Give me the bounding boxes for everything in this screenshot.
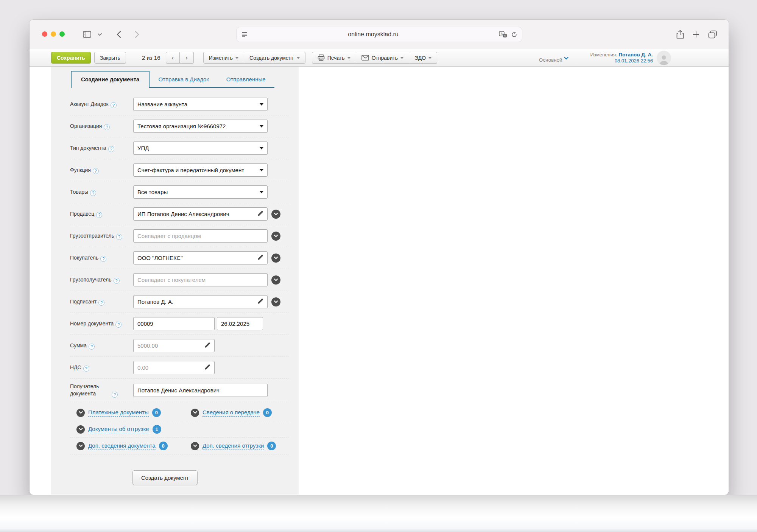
section-link[interactable]: Сведения о передаче	[202, 409, 260, 417]
edit-pencil-icon[interactable]	[204, 364, 210, 372]
reader-icon[interactable]	[241, 32, 248, 37]
links-row: Платежные документы 0 Сведения о передач…	[70, 404, 289, 421]
help-icon[interactable]: ?	[93, 168, 99, 174]
expand-consignee-button[interactable]	[271, 275, 280, 285]
section-link[interactable]: Доп. сведения документа	[88, 442, 156, 450]
field-label: Подписант	[70, 299, 97, 305]
send-button[interactable]: Отправить	[356, 52, 409, 64]
signer-input[interactable]	[137, 296, 255, 308]
buyer-input[interactable]	[137, 252, 255, 264]
tab-send-to-diadoc[interactable]: Отправка в Диадок	[150, 72, 217, 88]
seller-input[interactable]	[137, 208, 255, 220]
help-icon[interactable]: ?	[111, 102, 117, 108]
next-document-button[interactable]: ›	[180, 52, 194, 64]
back-icon[interactable]	[110, 31, 128, 38]
forward-icon[interactable]	[128, 31, 146, 38]
tab-sent[interactable]: Отправленные	[218, 72, 274, 88]
help-icon[interactable]: ?	[90, 190, 96, 196]
expand-section-icon[interactable]	[191, 409, 199, 417]
field-label: Покупатель	[70, 255, 98, 261]
avatar[interactable]	[657, 51, 671, 65]
help-icon[interactable]: ?	[116, 234, 122, 240]
edo-button[interactable]: ЭДО	[409, 52, 437, 64]
document-date-input[interactable]	[221, 317, 259, 330]
sum-input[interactable]	[137, 339, 202, 352]
url-text[interactable]: online.moysklad.ru	[248, 31, 499, 38]
document-number-input[interactable]	[137, 317, 210, 330]
help-icon[interactable]: ?	[115, 322, 121, 328]
vat-input[interactable]	[137, 361, 202, 374]
tab-create-document[interactable]: Создание документа	[71, 71, 150, 88]
edit-button[interactable]: Изменить	[203, 52, 244, 64]
view-selector[interactable]: Основной	[539, 53, 569, 63]
expand-section-icon[interactable]	[191, 442, 199, 450]
edit-pencil-icon[interactable]	[204, 342, 210, 350]
translate-icon[interactable]: A✕	[499, 31, 507, 38]
help-icon[interactable]: ?	[108, 146, 114, 152]
sidebar-chevron-icon[interactable]	[95, 33, 104, 36]
close-button[interactable]: Закрыть	[94, 52, 126, 64]
sidebar-toggle-icon[interactable]	[79, 31, 95, 38]
organization-select[interactable]: Тестовая организация №9660972	[133, 120, 268, 133]
consignor-input[interactable]	[137, 230, 263, 242]
form-row: Грузополучатель?	[70, 269, 289, 291]
select-caret-icon	[260, 169, 263, 171]
expand-buyer-button[interactable]	[271, 254, 280, 263]
expand-section-icon[interactable]	[76, 425, 85, 434]
help-icon[interactable]: ?	[83, 366, 89, 372]
minimize-window-button[interactable]	[51, 31, 56, 37]
form-row: НДС?	[70, 357, 289, 379]
field-label: Сумма	[70, 342, 87, 348]
expand-section-icon[interactable]	[76, 442, 85, 450]
document-recipient-input[interactable]	[137, 384, 263, 397]
address-bar[interactable]: online.moysklad.ru A✕	[236, 27, 522, 42]
printer-icon	[318, 54, 325, 61]
consignee-field	[133, 273, 268, 286]
share-icon[interactable]	[676, 30, 684, 39]
create-document-menu-button[interactable]: Создать документ	[244, 52, 305, 64]
section-link[interactable]: Доп. сведения отгрузки	[202, 442, 264, 450]
help-icon[interactable]: ?	[104, 124, 110, 130]
document-type-select[interactable]: УПД	[133, 142, 268, 155]
edit-pencil-icon[interactable]	[257, 254, 263, 262]
prev-document-button[interactable]: ‹	[166, 52, 180, 64]
diadoc-account-select[interactable]: Название аккаунта	[133, 98, 268, 111]
new-tab-icon[interactable]	[692, 31, 700, 38]
select-caret-icon	[260, 147, 263, 149]
expand-section-icon[interactable]	[76, 409, 85, 417]
edit-pencil-icon[interactable]	[257, 298, 263, 306]
svg-text:✕: ✕	[503, 34, 506, 37]
section-link[interactable]: Платежные документы	[88, 409, 149, 417]
print-button[interactable]: Печать	[312, 52, 356, 64]
section-link[interactable]: Документы об отгрузке	[88, 426, 149, 433]
zoom-window-button[interactable]	[59, 31, 65, 37]
reload-icon[interactable]	[511, 31, 517, 38]
expand-seller-button[interactable]	[271, 210, 280, 219]
goods-select[interactable]: Все товары	[133, 185, 268, 199]
expand-signer-button[interactable]	[271, 297, 280, 306]
tab-overview-icon[interactable]	[708, 30, 717, 39]
consignee-input[interactable]	[137, 274, 263, 286]
save-button[interactable]: Сохранить	[51, 52, 91, 64]
edit-pencil-icon[interactable]	[257, 210, 263, 218]
help-icon[interactable]: ?	[100, 256, 106, 262]
page-content: Создание документа Отправка в Диадок Отп…	[30, 67, 729, 495]
form-row: Аккаунт Диадок? Название аккаунта	[70, 93, 289, 115]
help-icon[interactable]: ?	[98, 300, 104, 306]
form-row: Товары? Все товары	[70, 181, 289, 203]
field-label: Товары	[70, 189, 88, 195]
help-icon[interactable]: ?	[89, 344, 95, 350]
tab-bar: Создание документа Отправка в Диадок Отп…	[71, 71, 299, 88]
browser-chrome: online.moysklad.ru A✕	[30, 20, 729, 49]
help-icon[interactable]: ?	[112, 392, 118, 398]
help-icon[interactable]: ?	[114, 278, 120, 284]
close-window-button[interactable]	[42, 31, 47, 37]
chevron-down-icon	[297, 57, 300, 59]
help-icon[interactable]: ?	[96, 212, 102, 218]
create-document-submit-button[interactable]: Создать документ	[132, 470, 198, 485]
section-document-extra-info: Доп. сведения документа 0	[76, 442, 191, 450]
diadoc-form-panel: Создание документа Отправка в Диадок Отп…	[51, 67, 299, 495]
expand-consignor-button[interactable]	[271, 232, 280, 241]
changes-author-link[interactable]: Потапов Д. А.	[618, 52, 653, 58]
function-select[interactable]: Счет-фактура и передаточный документ	[133, 163, 268, 177]
